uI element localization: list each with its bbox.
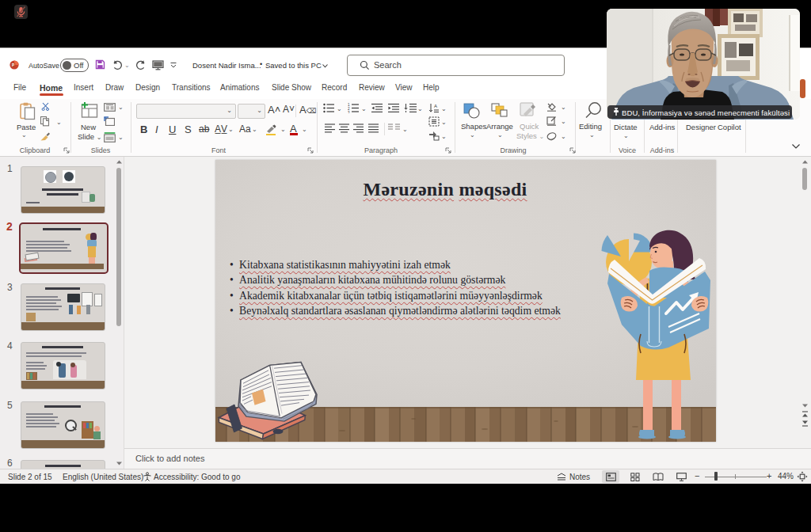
- svg-text:3: 3: [348, 111, 350, 114]
- svg-text:A: A: [434, 104, 437, 108]
- svg-text:P: P: [12, 63, 14, 67]
